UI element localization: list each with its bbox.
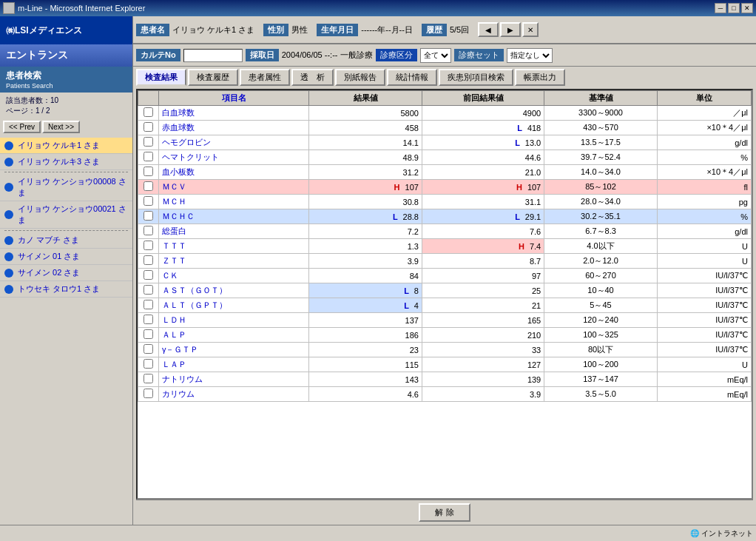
app-icon [3,2,15,14]
prev-result-value: 165 [422,313,544,328]
maximize-button[interactable]: □ [728,3,740,13]
result-value: 143 [309,372,422,387]
tab-history[interactable]: 検査履歴 [188,69,238,86]
col-header-result: 結果値 [309,91,422,106]
row-checkbox[interactable] [144,270,153,280]
shinryo-kubun-select[interactable]: 全て [420,48,451,63]
patient-list-item[interactable]: イリョウ ケルキ3 さま [0,154,132,170]
tab-dialysis[interactable]: 透 析 [291,69,334,86]
unit-value: ×10＊4／μl [657,165,751,180]
minimize-button[interactable]: ─ [715,3,726,13]
prev-result-value: 4900 [422,106,544,121]
tab-patient_attr[interactable]: 患者属性 [240,69,290,86]
history-menu-button[interactable]: ✕ [522,22,539,37]
table-row: 白血球数580049003300～9000／μl [138,106,752,121]
unit-value: % [657,150,751,165]
item-name: ＭＣＨＣ [158,209,308,224]
table-row: ＬＤＨ137165120～240IU/l/37℃ [138,313,752,328]
prev-result-value: 31.1 [422,195,544,209]
item-name: ＬＡＰ [158,357,308,372]
row-checkbox[interactable] [144,374,153,383]
tab-form_output[interactable]: 帳票出力 [515,69,565,86]
content-area: 患者名 イリョウ ケルキ1 さま 性別 男性 生年月日 ------年--月--… [133,16,756,525]
col-header-unit: 単位 [657,91,751,106]
shinryo-set-select[interactable]: 指定なし [507,48,553,63]
patient-dot-icon [4,252,13,261]
row-checkbox[interactable] [144,181,153,191]
patient-list-item[interactable]: トウセキ タロウ1 さま [0,281,132,298]
tab-bar: 検査結果検査履歴患者属性透 析別紙報告統計情報疾患別項目検索帳票出力 [133,67,756,86]
unit-value: IU/l/37℃ [657,298,751,313]
table-row: ナトリウム143139137～147mEq/l [138,372,752,387]
tab-statistics[interactable]: 統計情報 [387,69,437,86]
tab-disease_search[interactable]: 疾患別項目検索 [439,69,513,86]
reference-range: 4.0以下 [544,239,658,254]
prev-button[interactable]: << Prev [3,121,41,133]
row-checkbox[interactable] [144,359,153,369]
unit-value: IU/l/37℃ [657,328,751,343]
result-flag: L [404,286,411,295]
row-checkbox[interactable] [144,167,153,176]
row-checkbox[interactable] [144,255,153,265]
row-checkbox[interactable] [144,211,153,221]
row-checkbox[interactable] [144,315,153,324]
row-checkbox[interactable] [144,137,153,147]
row-checkbox[interactable] [144,107,153,117]
tab-separate_report[interactable]: 別紙報告 [335,69,385,86]
close-button[interactable]: ✕ [741,3,753,13]
table-row: ＣＫ849760～270IU/l/37℃ [138,269,752,283]
reference-range: 100～200 [544,357,658,372]
status-internet: 🌐 イントラネット [690,528,753,539]
karte-no-input[interactable] [183,49,243,62]
unit-value: U [657,357,751,372]
tab-results[interactable]: 検査結果 [136,69,186,86]
patient-name-label: イリョウ ケンショウ00008 さま [18,176,128,198]
item-name: ＴＴＴ [158,239,308,254]
prev-result-value: L 418 [422,121,544,135]
row-checkbox[interactable] [144,389,153,398]
patient-dot-icon [4,158,13,167]
patient-list-item[interactable]: イリョウ ケンショウ00008 さま [0,174,132,201]
patient-dot-icon [4,236,13,245]
patient-list-item[interactable]: イリョウ ケンショウ00021 さま [0,201,132,229]
row-checkbox[interactable] [144,226,153,235]
result-value: 30.8 [309,195,422,209]
col-header-ref: 基準値 [544,91,658,106]
result-flag: L [404,301,411,310]
prev-result-value: L 13.0 [422,135,544,150]
table-row: ＺＴＴ3.98.72.0～12.0U [138,254,752,269]
patient-list-item[interactable]: イリョウ ケルキ1 さま [0,138,132,154]
table-row: ＡＬＰ186210100～325IU/l/37℃ [138,328,752,343]
prev-flag: L [517,124,524,132]
row-checkbox[interactable] [144,196,153,206]
results-table-scroll[interactable]: 項目名 結果値 前回結果値 基準値 単位 白血球数580049003300～90… [138,90,752,498]
result-value: 23 [309,343,422,357]
prev-result-value: H 7.4 [422,239,544,254]
shinryo-kubun-label: 診療区分 [376,49,417,61]
table-row: ＭＣＨ30.831.128.0～34.0pg [138,195,752,209]
patient-list-item[interactable]: サイメン 01 さま [0,249,132,265]
search-title: 患者検索 [6,70,126,82]
row-checkbox[interactable] [144,241,153,250]
window-title: m-Line - Microsoft Internet Explorer [18,4,145,13]
prev-result-value: 127 [422,357,544,372]
row-checkbox[interactable] [144,300,153,309]
kaijo-button[interactable]: 解 除 [419,503,470,522]
row-checkbox[interactable] [144,344,153,354]
patient-list-item[interactable]: サイメン 02 さま [0,265,132,281]
next-button[interactable]: Next >> [42,121,80,133]
row-checkbox[interactable] [144,152,153,161]
patient-name-label: イリョウ ケルキ1 さま [18,140,100,151]
row-checkbox[interactable] [144,285,153,295]
reference-range: 3.5～5.0 [544,387,658,402]
table-row: ＬＡＰ115127100～200U [138,357,752,372]
prev-flag: L [515,212,522,221]
row-checkbox[interactable] [144,122,153,132]
row-checkbox[interactable] [144,329,153,339]
unit-value: % [657,209,751,224]
prev-result-value: 33 [422,343,544,357]
history-next-button[interactable]: ▶ [500,22,521,37]
history-prev-button[interactable]: ◀ [478,22,499,37]
pagination-nav: << Prev Next >> [0,119,132,135]
patient-list-item[interactable]: カノ マブチ さま [0,232,132,249]
